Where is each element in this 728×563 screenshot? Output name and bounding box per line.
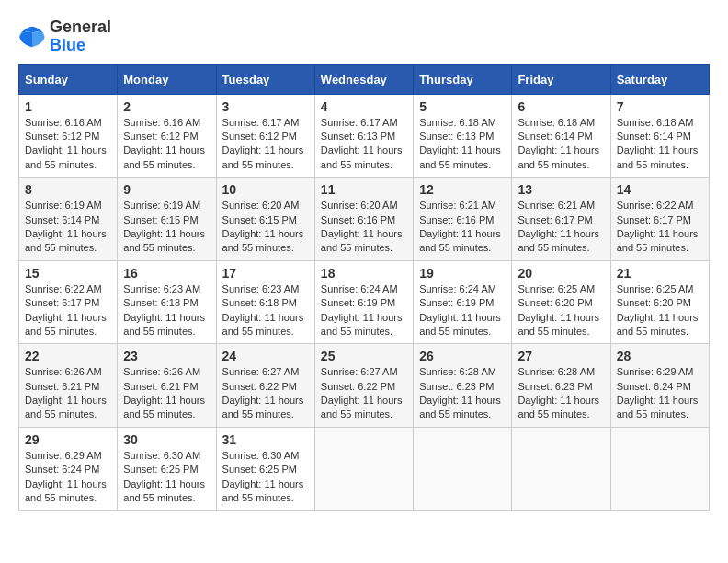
cell-content: Sunrise: 6:16 AM Sunset: 6:12 PM Dayligh…: [25, 116, 111, 173]
calendar-cell: 18 Sunrise: 6:24 AM Sunset: 6:19 PM Dayl…: [314, 260, 413, 344]
sunset-label: Sunset: 6:20 PM: [617, 297, 691, 308]
weekday-header-thursday: Thursday: [414, 64, 512, 94]
sunset-label: Sunset: 6:14 PM: [518, 131, 592, 142]
sunrise-label: Sunrise: 6:19 AM: [123, 200, 200, 211]
day-number: 27: [518, 349, 604, 363]
cell-content: Sunrise: 6:20 AM Sunset: 6:16 PM Dayligh…: [321, 199, 407, 256]
daylight-label: Daylight: 11 hours and 55 minutes.: [617, 228, 699, 253]
weekday-header-sunday: Sunday: [19, 64, 118, 94]
calendar-cell: 23 Sunrise: 6:26 AM Sunset: 6:21 PM Dayl…: [118, 344, 216, 428]
cell-content: Sunrise: 6:27 AM Sunset: 6:22 PM Dayligh…: [222, 365, 309, 422]
day-number: 16: [123, 266, 210, 281]
daylight-label: Daylight: 11 hours and 55 minutes.: [25, 395, 107, 419]
calendar-cell: 4 Sunrise: 6:17 AM Sunset: 6:13 PM Dayli…: [314, 94, 413, 178]
logo-blue: Blue: [50, 37, 111, 55]
daylight-label: Daylight: 11 hours and 55 minutes.: [123, 395, 205, 419]
weekday-header-saturday: Saturday: [610, 64, 709, 94]
cell-content: Sunrise: 6:28 AM Sunset: 6:23 PM Dayligh…: [419, 365, 506, 422]
sunrise-label: Sunrise: 6:17 AM: [321, 117, 398, 128]
calendar-cell: 3 Sunrise: 6:17 AM Sunset: 6:12 PM Dayli…: [216, 94, 314, 178]
daylight-label: Daylight: 11 hours and 55 minutes.: [321, 144, 403, 169]
sunrise-label: Sunrise: 6:30 AM: [123, 450, 200, 461]
daylight-label: Daylight: 11 hours and 55 minutes.: [25, 228, 107, 253]
calendar-cell: 21 Sunrise: 6:25 AM Sunset: 6:20 PM Dayl…: [610, 260, 709, 344]
sunset-label: Sunset: 6:12 PM: [123, 131, 198, 142]
daylight-label: Daylight: 11 hours and 55 minutes.: [419, 144, 501, 169]
daylight-label: Daylight: 11 hours and 55 minutes.: [419, 312, 501, 337]
daylight-label: Daylight: 11 hours and 55 minutes.: [123, 478, 205, 503]
calendar-table: SundayMondayTuesdayWednesdayThursdayFrid…: [18, 64, 710, 511]
weekday-header-friday: Friday: [512, 64, 610, 94]
calendar-cell: 31 Sunrise: 6:30 AM Sunset: 6:25 PM Dayl…: [216, 427, 314, 511]
calendar-cell: 15 Sunrise: 6:22 AM Sunset: 6:17 PM Dayl…: [19, 260, 118, 344]
sunset-label: Sunset: 6:24 PM: [25, 464, 99, 475]
sunrise-label: Sunrise: 6:17 AM: [222, 117, 300, 128]
day-number: 21: [617, 266, 703, 281]
sunset-label: Sunset: 6:25 PM: [222, 464, 297, 475]
sunrise-label: Sunrise: 6:29 AM: [25, 450, 102, 461]
day-number: 13: [518, 182, 604, 197]
day-number: 22: [25, 349, 111, 363]
day-number: 10: [222, 182, 309, 197]
sunrise-label: Sunrise: 6:24 AM: [321, 283, 398, 294]
calendar-cell: 2 Sunrise: 6:16 AM Sunset: 6:12 PM Dayli…: [118, 94, 216, 178]
cell-content: Sunrise: 6:26 AM Sunset: 6:21 PM Dayligh…: [25, 365, 111, 422]
day-number: 20: [518, 266, 604, 281]
sunset-label: Sunset: 6:17 PM: [617, 214, 691, 225]
cell-content: Sunrise: 6:18 AM Sunset: 6:14 PM Dayligh…: [617, 116, 703, 173]
sunrise-label: Sunrise: 6:20 AM: [222, 200, 300, 211]
daylight-label: Daylight: 11 hours and 55 minutes.: [419, 228, 501, 253]
day-number: 25: [321, 349, 407, 363]
page-header: General Blue: [18, 18, 710, 55]
sunset-label: Sunset: 6:16 PM: [321, 214, 395, 225]
sunset-label: Sunset: 6:21 PM: [25, 381, 99, 392]
cell-content: Sunrise: 6:30 AM Sunset: 6:25 PM Dayligh…: [222, 449, 309, 506]
calendar-cell: 5 Sunrise: 6:18 AM Sunset: 6:13 PM Dayli…: [414, 94, 512, 178]
day-number: 12: [419, 182, 506, 197]
calendar-week-4: 22 Sunrise: 6:26 AM Sunset: 6:21 PM Dayl…: [19, 344, 710, 428]
sunrise-label: Sunrise: 6:23 AM: [222, 283, 300, 294]
sunset-label: Sunset: 6:14 PM: [25, 214, 99, 225]
daylight-label: Daylight: 11 hours and 55 minutes.: [617, 395, 699, 419]
sunset-label: Sunset: 6:19 PM: [419, 297, 494, 308]
day-number: 26: [419, 349, 506, 363]
calendar-cell: 29 Sunrise: 6:29 AM Sunset: 6:24 PM Dayl…: [19, 427, 118, 511]
cell-content: Sunrise: 6:19 AM Sunset: 6:15 PM Dayligh…: [123, 199, 210, 256]
day-number: 7: [617, 99, 703, 114]
sunset-label: Sunset: 6:17 PM: [25, 297, 99, 308]
logo-text: General Blue: [50, 18, 111, 55]
calendar-cell: [314, 427, 413, 511]
day-number: 4: [321, 99, 407, 114]
logo-general: General: [50, 18, 111, 37]
sunset-label: Sunset: 6:13 PM: [321, 131, 395, 142]
sunrise-label: Sunrise: 6:22 AM: [617, 200, 694, 211]
cell-content: Sunrise: 6:28 AM Sunset: 6:23 PM Dayligh…: [518, 365, 604, 422]
calendar-cell: 17 Sunrise: 6:23 AM Sunset: 6:18 PM Dayl…: [216, 260, 314, 344]
calendar-cell: 30 Sunrise: 6:30 AM Sunset: 6:25 PM Dayl…: [118, 427, 216, 511]
sunrise-label: Sunrise: 6:18 AM: [419, 117, 496, 128]
daylight-label: Daylight: 11 hours and 55 minutes.: [222, 144, 304, 169]
calendar-cell: 1 Sunrise: 6:16 AM Sunset: 6:12 PM Dayli…: [19, 94, 118, 178]
sunrise-label: Sunrise: 6:27 AM: [222, 366, 300, 377]
calendar-cell: 13 Sunrise: 6:21 AM Sunset: 6:17 PM Dayl…: [512, 178, 610, 261]
calendar-cell: 8 Sunrise: 6:19 AM Sunset: 6:14 PM Dayli…: [19, 178, 118, 261]
day-number: 19: [419, 266, 506, 281]
cell-content: Sunrise: 6:19 AM Sunset: 6:14 PM Dayligh…: [25, 199, 111, 256]
day-number: 1: [25, 99, 111, 114]
cell-content: Sunrise: 6:27 AM Sunset: 6:22 PM Dayligh…: [321, 365, 407, 422]
sunset-label: Sunset: 6:13 PM: [419, 131, 494, 142]
daylight-label: Daylight: 11 hours and 55 minutes.: [617, 312, 699, 337]
weekday-header-monday: Monday: [118, 64, 216, 94]
daylight-label: Daylight: 11 hours and 55 minutes.: [123, 228, 205, 253]
cell-content: Sunrise: 6:20 AM Sunset: 6:15 PM Dayligh…: [222, 199, 309, 256]
sunset-label: Sunset: 6:12 PM: [222, 131, 297, 142]
day-number: 30: [123, 432, 210, 447]
daylight-label: Daylight: 11 hours and 55 minutes.: [123, 312, 205, 337]
sunrise-label: Sunrise: 6:28 AM: [419, 366, 496, 377]
cell-content: Sunrise: 6:25 AM Sunset: 6:20 PM Dayligh…: [518, 282, 604, 339]
calendar-cell: 7 Sunrise: 6:18 AM Sunset: 6:14 PM Dayli…: [610, 94, 709, 178]
cell-content: Sunrise: 6:18 AM Sunset: 6:13 PM Dayligh…: [419, 116, 506, 173]
sunset-label: Sunset: 6:21 PM: [123, 381, 198, 392]
cell-content: Sunrise: 6:25 AM Sunset: 6:20 PM Dayligh…: [617, 282, 703, 339]
cell-content: Sunrise: 6:29 AM Sunset: 6:24 PM Dayligh…: [617, 365, 703, 422]
